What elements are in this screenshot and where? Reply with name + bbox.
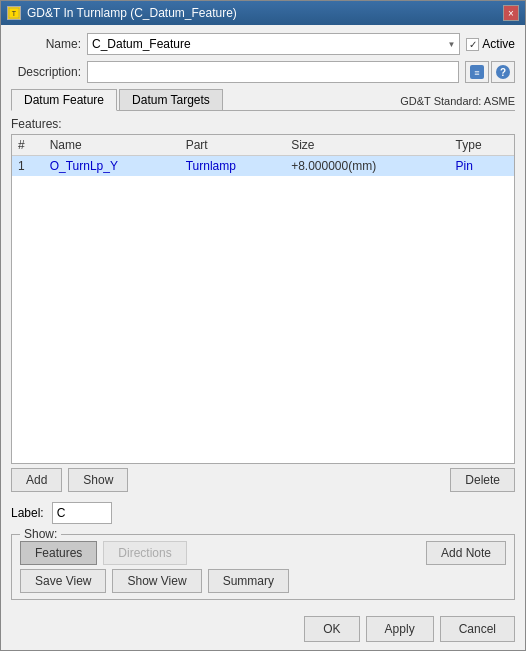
directions-show-button[interactable]: Directions: [103, 541, 186, 565]
description-input[interactable]: [87, 61, 459, 83]
cell-name: O_TurnLp_Y: [44, 156, 180, 177]
features-table: # Name Part Size Type 1 O_TurnLp_Y Turnl…: [12, 135, 514, 176]
name-label: Name:: [11, 37, 81, 51]
cell-type: Pin: [450, 156, 514, 177]
dialog-content: Name: C_Datum_Feature ▼ Active Descripti…: [1, 25, 525, 608]
cancel-button[interactable]: Cancel: [440, 616, 515, 642]
window-icon: T: [7, 6, 21, 20]
window-title: GD&T In Turnlamp (C_Datum_Feature): [27, 6, 237, 20]
summary-button[interactable]: Summary: [208, 569, 289, 593]
close-button[interactable]: ×: [503, 5, 519, 21]
cell-part: Turnlamp: [180, 156, 285, 177]
save-view-button[interactable]: Save View: [20, 569, 106, 593]
btn-left-group: Add Show: [11, 468, 128, 492]
label-row: Label:: [11, 502, 515, 524]
label-field-label: Label:: [11, 506, 44, 520]
active-checkbox-group: Active: [466, 37, 515, 51]
description-label: Description:: [11, 65, 81, 79]
features-section: Features: # Name Part Size Type: [11, 117, 515, 492]
help-icon-button[interactable]: ?: [491, 61, 515, 83]
features-show-button[interactable]: Features: [20, 541, 97, 565]
cell-size: +8.000000(mm): [285, 156, 449, 177]
show-row2: Save View Show View Summary: [20, 569, 506, 593]
col-header-num: #: [12, 135, 44, 156]
name-value: C_Datum_Feature: [92, 37, 191, 51]
name-combobox[interactable]: C_Datum_Feature ▼: [87, 33, 460, 55]
show-group: Show: Features Directions Add Note Save …: [11, 534, 515, 600]
add-button[interactable]: Add: [11, 468, 62, 492]
dialog-bottom-buttons: OK Apply Cancel: [1, 608, 525, 650]
description-icons: ≡ ?: [465, 61, 515, 83]
table-action-buttons: Add Show Delete: [11, 468, 515, 492]
label-input[interactable]: [52, 502, 112, 524]
svg-text:≡: ≡: [474, 68, 479, 78]
active-checkbox[interactable]: [466, 38, 479, 51]
title-bar: T GD&T In Turnlamp (C_Datum_Feature) ×: [1, 1, 525, 25]
active-label: Active: [482, 37, 515, 51]
features-label: Features:: [11, 117, 515, 131]
show-button[interactable]: Show: [68, 468, 128, 492]
show-row1: Features Directions Add Note: [20, 541, 506, 565]
gdt-standard-label: GD&T Standard: ASME: [400, 95, 515, 110]
combo-arrow-icon: ▼: [447, 40, 455, 49]
table-header-row: # Name Part Size Type: [12, 135, 514, 156]
show-view-button[interactable]: Show View: [112, 569, 201, 593]
svg-text:T: T: [12, 10, 17, 17]
symbol-icon-button[interactable]: ≡: [465, 61, 489, 83]
apply-button[interactable]: Apply: [366, 616, 434, 642]
name-row: Name: C_Datum_Feature ▼ Active: [11, 33, 515, 55]
col-header-size: Size: [285, 135, 449, 156]
tabs-bar: Datum Feature Datum Targets GD&T Standar…: [11, 89, 515, 111]
description-row: Description: ≡ ?: [11, 61, 515, 83]
main-window: T GD&T In Turnlamp (C_Datum_Feature) × N…: [0, 0, 526, 651]
tab-datum-feature[interactable]: Datum Feature: [11, 89, 117, 111]
add-note-button[interactable]: Add Note: [426, 541, 506, 565]
tab-datum-targets[interactable]: Datum Targets: [119, 89, 223, 110]
delete-button[interactable]: Delete: [450, 468, 515, 492]
table-row[interactable]: 1 O_TurnLp_Y Turnlamp +8.000000(mm) Pin: [12, 156, 514, 177]
features-table-container: # Name Part Size Type 1 O_TurnLp_Y Turnl…: [11, 134, 515, 464]
show-group-legend: Show:: [20, 527, 61, 541]
col-header-part: Part: [180, 135, 285, 156]
ok-button[interactable]: OK: [304, 616, 359, 642]
col-header-type: Type: [450, 135, 514, 156]
cell-num: 1: [12, 156, 44, 177]
svg-text:?: ?: [500, 67, 506, 78]
col-header-name: Name: [44, 135, 180, 156]
